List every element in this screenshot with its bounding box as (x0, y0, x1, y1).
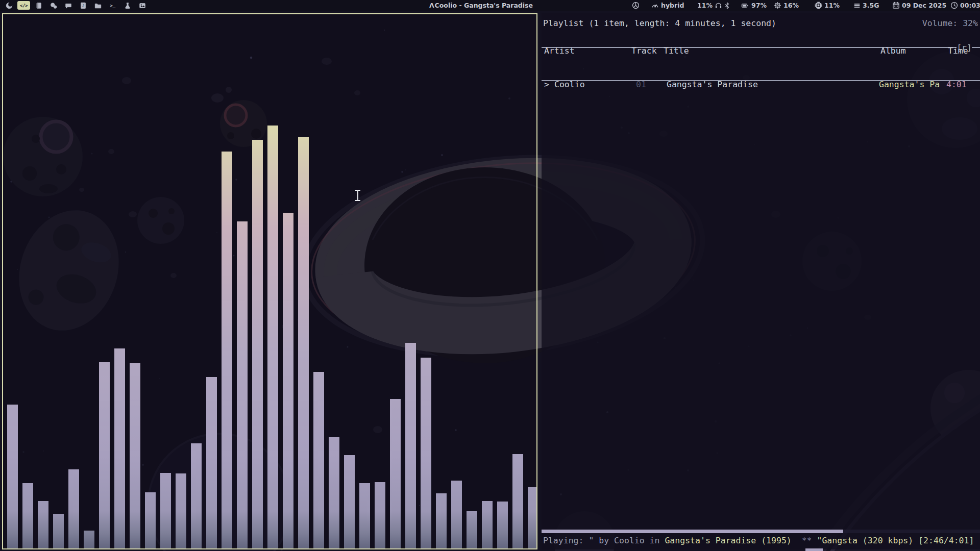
viz-bar (222, 152, 232, 548)
viz-bar (359, 483, 370, 548)
workspace-chat[interactable] (61, 0, 76, 11)
tray-network[interactable] (632, 0, 640, 11)
network-icon (632, 2, 640, 9)
gear-icon (774, 2, 781, 9)
viz-bar (451, 481, 462, 548)
viz-bar (191, 443, 202, 548)
viz-bar (237, 221, 248, 548)
row-album: Gangsta's Pa (879, 79, 940, 90)
cpu-icon (815, 2, 822, 9)
viz-bar (22, 483, 33, 548)
audio-volume-label: 11% (697, 2, 713, 9)
clock-label: 00:03 (960, 2, 980, 9)
row-time: 4:01 (946, 79, 967, 90)
status-bar: </> ♪ >_ (0, 0, 980, 11)
memory-icon (853, 2, 861, 9)
col-album: Album (880, 45, 906, 57)
status-segment: Gangsta's Paradise (1995) (665, 536, 791, 545)
col-track: Track (631, 45, 657, 57)
gauge-icon (651, 2, 659, 9)
row-title: Gangsta's Paradise (667, 79, 758, 90)
viz-bar (283, 213, 293, 548)
workspace-flask[interactable] (120, 0, 135, 11)
calendar-icon (892, 2, 900, 9)
power-profile-label: hybrid (661, 2, 684, 9)
status-segment: "Gangsta (320 kbps) [2:46/4:01] (817, 536, 974, 545)
viz-bar (313, 372, 324, 548)
workspace-folder[interactable] (90, 0, 105, 11)
tray-gear[interactable]: 16% (774, 0, 799, 11)
window-title: ΛCoolio - Gangsta's Paradise (429, 0, 533, 11)
book-icon (35, 2, 42, 9)
viz-bar (38, 501, 48, 548)
viz-bar (436, 493, 447, 548)
tray-battery[interactable]: 97% (741, 0, 767, 11)
tray-power-profile[interactable]: hybrid (651, 0, 684, 11)
flask-icon (124, 2, 131, 9)
music-player-window[interactable]: Playlist (1 item, length: 4 minutes, 1 s… (542, 13, 980, 549)
partial-line-strip (805, 548, 823, 551)
headphones-icon (715, 2, 722, 9)
col-time: Time (948, 45, 968, 57)
player-glyph-icon: Λ (429, 2, 434, 9)
status-line: Playing: " by Coolio in Gangsta's Paradi… (543, 535, 974, 546)
moon-icon (6, 2, 13, 9)
gear-label: 16% (783, 2, 799, 9)
progress-fill (542, 530, 843, 533)
workspace-terminal[interactable]: >_ (105, 0, 120, 11)
viz-bar (114, 348, 125, 548)
terminal-icon: >_ (110, 3, 115, 8)
viz-bar (375, 482, 385, 548)
viz-bar (267, 126, 278, 548)
tray-clock[interactable]: 00:03 (950, 0, 980, 11)
music-file-icon: ♪ (80, 2, 87, 9)
playlist-summary: Playlist (1 item, length: 4 minutes, 1 s… (543, 18, 776, 29)
cpu-label: 11% (824, 2, 840, 9)
viz-bar (84, 531, 94, 548)
viz-bar (405, 343, 416, 548)
viz-bar (421, 358, 431, 548)
tray-memory[interactable]: 3.5G (853, 0, 879, 11)
progress-bar[interactable] (542, 530, 980, 533)
chat-icon (65, 2, 72, 9)
bluetooth-icon (724, 2, 730, 9)
workspace-music-file[interactable]: ♪ (76, 0, 90, 11)
viz-bar (512, 454, 523, 548)
status-segment: Playing: " by Coolio in (543, 536, 665, 545)
viz-bar (329, 437, 339, 548)
viz-bar (344, 455, 355, 548)
row-track: 01 (636, 79, 646, 90)
viz-bar (53, 514, 64, 548)
visualizer-bars (3, 14, 536, 548)
viz-bar (99, 362, 110, 548)
viz-bar (145, 492, 156, 548)
text-cursor (354, 190, 361, 201)
tray-cpu[interactable]: 11% (815, 0, 840, 11)
code-icon: </> (20, 3, 28, 8)
col-artist: Artist (544, 45, 575, 57)
workspace-code[interactable]: </> (16, 0, 31, 11)
status-segment: ** (802, 536, 812, 545)
workspace-moon[interactable] (2, 0, 16, 11)
viz-bar (467, 511, 477, 548)
gears-icon (50, 2, 57, 9)
viz-bar (206, 377, 217, 548)
workspace-gears[interactable] (46, 0, 61, 11)
status-segment (792, 536, 802, 545)
row-cursor: > (544, 79, 549, 90)
playlist-row[interactable]: > Coolio 01 Gangsta's Paradise Gangsta's… (542, 79, 980, 90)
viz-bar (482, 501, 493, 548)
workspace-image[interactable] (135, 0, 150, 11)
visualizer-window[interactable] (2, 13, 537, 549)
tray-audio[interactable]: 11% (697, 0, 730, 11)
playlist-header: Artist Track Title Album Time (542, 45, 980, 57)
image-icon (139, 2, 146, 9)
workspace-book[interactable] (31, 0, 46, 11)
workspace-strip: </> ♪ >_ (2, 0, 150, 11)
date-label: 09 Dec 2025 (902, 2, 946, 9)
svg-text:♪: ♪ (82, 4, 84, 8)
tray-date[interactable]: 09 Dec 2025 (892, 0, 946, 11)
col-title: Title (664, 45, 689, 57)
viz-bar (252, 140, 263, 548)
viz-bar (160, 473, 171, 548)
